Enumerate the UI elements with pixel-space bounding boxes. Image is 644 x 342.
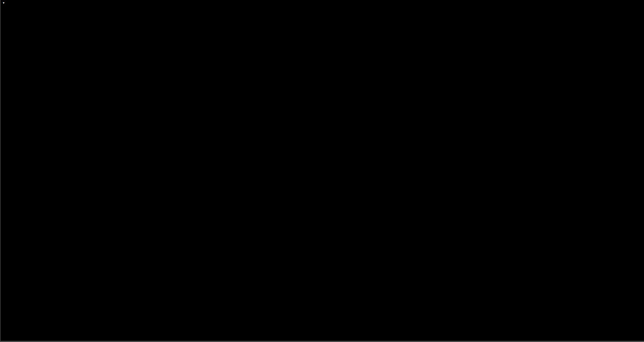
chart-dropdown-icon[interactable]: ▼	[2, 2, 5, 4]
chart-window: ▼	[0, 0, 644, 342]
window-edge-left	[0, 0, 0, 342]
chart-title-bar: ▼	[0, 0, 644, 5]
info-bar	[0, 9, 644, 14]
chart-plot-area[interactable]	[0, 0, 626, 333]
time-axis-line	[0, 333, 644, 333]
